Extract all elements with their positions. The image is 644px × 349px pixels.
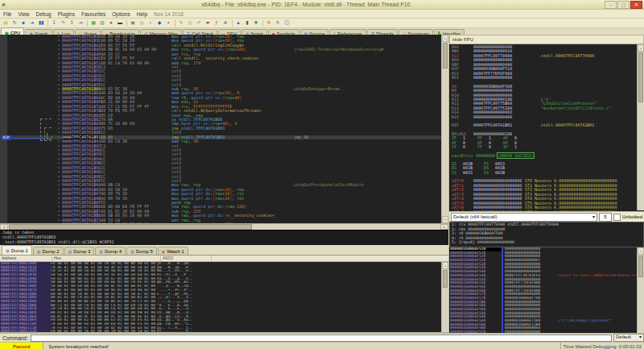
- hide-fpu-button[interactable]: Hide FPU: [449, 35, 644, 44]
- segment-value: 0033: [463, 171, 484, 175]
- disasm-vscrollbar[interactable]: ▴▾: [441, 35, 448, 223]
- segment-value: 002B: [495, 171, 516, 175]
- right-column: Hide FPU RAX0000000000000000RBX000000000…: [449, 35, 644, 339]
- register-name: RIP: [452, 123, 473, 127]
- dump-tab-icon: ▦: [37, 249, 41, 254]
- scroll-up-icon[interactable]: ▴: [638, 247, 644, 255]
- tab-dump-5[interactable]: ▦Dump 5: [126, 247, 157, 255]
- dump-row[interactable]: 00007FFC496E1120F0 86 02 00 90 16 02 00 …: [0, 330, 448, 332]
- run-to-user-code-icon[interactable]: ⇥: [76, 19, 85, 27]
- step-out-icon[interactable]: ↥: [68, 19, 76, 27]
- scroll-up-icon[interactable]: ▴: [442, 35, 448, 42]
- restart-icon[interactable]: ↻: [10, 19, 19, 27]
- title-bar: ✱ x64dbg - File: x64dbg.exe - PID: 1EF4 …: [0, 0, 644, 10]
- scroll-thumb[interactable]: [638, 52, 643, 102]
- dump-tab-icon: ◉: [162, 249, 165, 254]
- disasm-hscrollbar[interactable]: ◂ ▸: [0, 223, 448, 230]
- bookmark-icon[interactable]: ◆: [155, 19, 163, 27]
- font-icon[interactable]: A: [221, 19, 229, 27]
- command-label: Command:: [0, 335, 31, 341]
- build-date-label: Nov 14 2018: [151, 11, 184, 17]
- tab-dump-2[interactable]: ▦Dump 2: [33, 247, 64, 255]
- run-icon[interactable]: ➜: [28, 19, 36, 27]
- dump-view[interactable]: 00007FFC496E1000FD 46 01 00 00 48 01 00 …: [0, 262, 448, 332]
- flag-value[interactable]: 1: [514, 145, 529, 149]
- command-type-value: Default: [616, 334, 639, 341]
- scroll-down-icon[interactable]: ▾: [442, 216, 448, 223]
- mouse-icon[interactable]: ↯: [274, 19, 282, 27]
- scroll-up-icon[interactable]: ▴: [442, 262, 448, 269]
- unlocked-checkbox[interactable]: [613, 214, 621, 221]
- menu-item-help[interactable]: Help: [134, 11, 151, 17]
- menu-item-favourites[interactable]: Favourites: [78, 11, 109, 17]
- command-type-select[interactable]: Default ▾: [613, 334, 644, 342]
- eraser-icon[interactable]: ▰: [204, 19, 212, 27]
- menu-item-plugins[interactable]: Plugins: [55, 11, 78, 17]
- donate-icon[interactable]: ❁: [265, 19, 273, 27]
- argument-count-spinner[interactable]: 5: [599, 213, 612, 222]
- calling-convention-select[interactable]: Default (x64 fastcall) ▾: [451, 213, 597, 222]
- unlocked-label: Unlocked: [622, 214, 642, 219]
- console-icon[interactable]: ▣: [129, 19, 137, 27]
- scroll-thumb[interactable]: [443, 43, 448, 69]
- fx-assemble-icon[interactable]: ƒ: [213, 19, 221, 27]
- scroll-thumb[interactable]: [9, 224, 252, 230]
- close-button[interactable]: ✕: [630, 1, 642, 9]
- label-icon[interactable]: ✐: [195, 19, 203, 27]
- scroll-right-icon[interactable]: ▸: [440, 224, 448, 230]
- scroll-up-icon[interactable]: ▴: [638, 44, 644, 52]
- scroll-thumb[interactable]: [443, 270, 448, 288]
- log-window-icon[interactable]: ▧: [98, 19, 106, 27]
- x87-register-row[interactable]: x87r700000000000000000000ST7 Nonzero 0.0…: [449, 210, 644, 212]
- memory-map-icon[interactable]: ▦: [89, 19, 97, 27]
- flag-value[interactable]: 0: [463, 145, 477, 149]
- help-icon[interactable]: ⓘ: [283, 19, 291, 27]
- references-icon[interactable]: ◎: [138, 19, 146, 27]
- pause-icon[interactable]: ▮▮: [37, 19, 45, 27]
- row-marker-dot: ●: [56, 222, 62, 223]
- flag-value[interactable]: 0: [489, 145, 503, 149]
- preferences-icon[interactable]: ▲: [234, 19, 242, 27]
- tab-dump-3[interactable]: ▦Dump 3: [64, 247, 95, 255]
- disasm-row[interactable]: ●00007FFC497A1BC848 89 85 80 01 00 00mov…: [0, 222, 448, 223]
- breakpoint-icon[interactable]: ●: [107, 19, 115, 27]
- registers-view[interactable]: RAX0000000000000000RBX0000000000000010RC…: [449, 44, 644, 211]
- step-into-icon[interactable]: ↧: [50, 19, 58, 27]
- pencil-icon[interactable]: ✎: [177, 19, 185, 27]
- menu-item-options[interactable]: Options: [109, 11, 133, 17]
- tab-dump-1[interactable]: ▦Dump 1: [2, 245, 32, 255]
- pause-black-icon[interactable]: ▬: [116, 19, 124, 27]
- command-input[interactable]: [31, 334, 612, 342]
- scylla-icon[interactable]: ❖: [252, 19, 260, 27]
- close-process-icon[interactable]: ■: [19, 19, 27, 27]
- calling-convention-bar: Default (x64 fastcall) ▾ 5 Unlocked: [449, 211, 644, 222]
- stack-view[interactable]: 00000036B06AF510000000000000000900000036…: [449, 247, 644, 333]
- menu-item-file[interactable]: File: [0, 11, 14, 17]
- disassembly-view[interactable]: ●00007FFC497A1B3648 89 44 24 28mov qword…: [0, 35, 448, 223]
- scroll-left-icon[interactable]: ◂: [0, 224, 8, 230]
- dump-tab-label: Watch 1: [167, 249, 184, 254]
- stack-vscrollbar[interactable]: ▴: [637, 247, 644, 333]
- registers-vscrollbar[interactable]: ▴: [637, 44, 644, 210]
- menu-item-view[interactable]: View: [14, 11, 32, 17]
- binary-icon[interactable]: ▮: [243, 19, 251, 27]
- scroll-thumb[interactable]: [638, 256, 643, 277]
- x87-st-value: ST7 Nonzero 0.000000000000000000000000: [525, 210, 644, 212]
- register-row[interactable]: RIP00007FFC497A1B91ntdll.00007FFC497A1B9…: [449, 123, 644, 127]
- open-file-icon[interactable]: ▤: [2, 19, 10, 27]
- instruction-text: mov qword ptr ss:[rsp+180], rax: [171, 222, 294, 223]
- search-icon[interactable]: ⌕: [147, 19, 155, 27]
- dump-tab-icon: ▦: [68, 249, 72, 254]
- dump-vscrollbar[interactable]: ▴: [441, 262, 448, 332]
- maximize-button[interactable]: ▢: [617, 1, 630, 9]
- comment-icon[interactable]: ▥: [186, 19, 194, 27]
- tab-dump-4[interactable]: ▦Dump 4: [95, 247, 126, 255]
- menu-item-debug[interactable]: Debug: [32, 11, 54, 17]
- stack-comment: L"C:\\Windows\\system32": [558, 319, 644, 323]
- chevron-down-icon: ▾: [639, 334, 642, 341]
- toolbar-separator: [47, 20, 48, 27]
- last-error-name: (ERROR_SUCCESS): [497, 153, 534, 158]
- patches-icon[interactable]: ▪: [164, 19, 172, 27]
- tab-watch-1[interactable]: ◉Watch 1: [158, 247, 188, 255]
- step-over-icon[interactable]: ↷: [59, 19, 67, 27]
